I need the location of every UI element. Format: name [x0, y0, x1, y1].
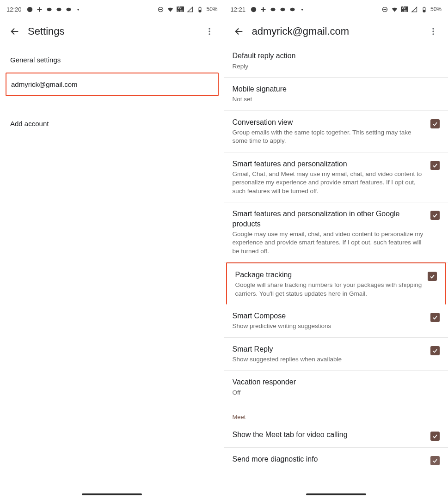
discord-icon [46, 6, 53, 13]
check-icon [432, 212, 438, 219]
svg-point-13 [209, 30, 210, 32]
conversation-view-checkbox[interactable] [430, 119, 440, 128]
overflow-menu-button[interactable] [424, 22, 442, 41]
svg-point-27 [432, 28, 434, 30]
volte-icon: VoLTE [177, 6, 184, 12]
discord-icon-2 [55, 6, 62, 13]
smart-compose-checkbox[interactable] [430, 313, 440, 322]
check-icon [432, 314, 438, 321]
settings-list: General settings admyrick@gmail.com Add … [0, 44, 224, 134]
dnd-icon [157, 6, 164, 13]
slack-icon [260, 6, 267, 13]
check-icon [432, 433, 438, 439]
setting-title: Default reply action [233, 51, 435, 61]
setting-title: Vacation responder [233, 377, 435, 387]
vacation-responder-row[interactable]: Vacation responder Off [224, 371, 448, 403]
svg-point-14 [209, 33, 210, 35]
package-tracking-checkbox[interactable] [428, 272, 437, 281]
messenger-icon [250, 6, 257, 13]
nav-bar-pill[interactable] [306, 493, 366, 495]
svg-rect-2 [39, 7, 40, 12]
signal-icon [411, 6, 418, 13]
default-reply-row[interactable]: Default reply action Reply [224, 44, 448, 78]
status-bar: 12:21 ● VoLTE 50% [224, 0, 448, 18]
smart-reply-row[interactable]: Smart Reply Show suggested replies when … [224, 338, 448, 371]
general-settings-item[interactable]: General settings [0, 49, 224, 71]
setting-title: Smart features and personalization in ot… [233, 209, 425, 229]
slack-icon [36, 6, 43, 13]
status-bar: 12:20 ● VoLTE 50% [0, 0, 224, 18]
diagnostic-info-checkbox[interactable] [430, 456, 440, 465]
check-icon [432, 347, 438, 354]
more-notifications-icon: ● [75, 6, 82, 13]
battery-icon [196, 6, 203, 13]
svg-rect-24 [423, 10, 425, 12]
settings-screen: 12:20 ● VoLTE 50% Settings General setti… [0, 0, 224, 499]
setting-sub: Gmail, Chat, and Meet may use my email, … [233, 170, 425, 195]
setting-title: Package tracking [235, 270, 423, 280]
battery-icon [421, 6, 428, 13]
svg-point-12 [209, 28, 210, 30]
status-time: 12:21 [231, 6, 246, 13]
setting-title: Smart Reply [233, 344, 425, 354]
svg-rect-10 [200, 6, 201, 7]
svg-point-29 [432, 33, 434, 35]
check-icon [432, 162, 438, 169]
svg-rect-17 [263, 7, 264, 12]
dnd-icon [381, 6, 388, 13]
arrow-back-icon [234, 26, 244, 37]
smart-compose-row[interactable]: Smart Compose Show predictive writing su… [224, 304, 448, 338]
check-icon [429, 273, 436, 280]
package-tracking-row[interactable]: Package tracking Google will share track… [226, 262, 447, 304]
setting-sub: Show suggested replies when available [233, 355, 425, 364]
setting-sub: Group emails with the same topic togethe… [233, 128, 425, 145]
overflow-menu-button[interactable] [200, 22, 219, 41]
svg-point-19 [281, 7, 285, 11]
svg-point-28 [432, 30, 434, 32]
account-prefs-list[interactable]: Default reply action Reply Mobile signat… [224, 44, 448, 499]
svg-point-20 [290, 7, 295, 11]
appbar: admyrick@gmail.com [224, 18, 448, 44]
setting-title: Mobile signature [233, 84, 435, 94]
add-account-item[interactable]: Add account [0, 113, 224, 134]
battery-percent: 50% [206, 6, 217, 12]
svg-point-18 [271, 7, 276, 11]
nav-bar-pill[interactable] [82, 493, 142, 495]
wifi-icon [391, 6, 398, 13]
diagnostic-info-row[interactable]: Send more diagnostic info [224, 448, 448, 472]
setting-sub: Show predictive writing suggestions [233, 322, 425, 330]
setting-sub: Off [233, 389, 435, 397]
smart-features-other-checkbox[interactable] [430, 211, 440, 220]
check-icon [432, 121, 438, 127]
meet-section-header: Meet [224, 403, 448, 423]
smart-reply-checkbox[interactable] [430, 346, 440, 355]
setting-sub: Not set [233, 95, 435, 103]
account-settings-screen: 12:21 ● VoLTE 50% admyrick@gmail.com [224, 0, 448, 499]
conversation-view-row[interactable]: Conversation view Group emails with the … [224, 111, 448, 152]
smart-features-checkbox[interactable] [430, 161, 440, 170]
svg-point-4 [56, 7, 61, 11]
volte-icon: VoLTE [401, 6, 408, 12]
discord-icon-3 [65, 6, 72, 13]
account-item[interactable]: admyrick@gmail.com [6, 73, 219, 96]
setting-title: Smart Compose [233, 311, 425, 321]
mobile-signature-row[interactable]: Mobile signature Not set [224, 78, 448, 111]
setting-title: Conversation view [233, 117, 425, 128]
more-vert-icon [429, 27, 438, 36]
smart-features-other-row[interactable]: Smart features and personalization in ot… [224, 202, 448, 262]
signal-icon [187, 6, 194, 13]
more-notifications-icon: ● [299, 6, 306, 13]
smart-features-row[interactable]: Smart features and personalization Gmail… [224, 152, 448, 202]
svg-point-15 [251, 6, 256, 12]
arrow-back-icon [10, 26, 20, 37]
meet-tab-checkbox[interactable] [430, 432, 440, 441]
setting-sub: Google will share tracking numbers for y… [235, 281, 423, 298]
discord-icon-3 [289, 6, 296, 13]
setting-title: Smart features and personalization [233, 159, 425, 169]
svg-point-5 [66, 7, 71, 11]
back-button[interactable] [230, 22, 248, 41]
back-button[interactable] [6, 22, 24, 41]
more-vert-icon [205, 27, 214, 36]
meet-tab-row[interactable]: Show the Meet tab for video calling [224, 423, 448, 448]
status-time: 12:20 [6, 6, 22, 13]
